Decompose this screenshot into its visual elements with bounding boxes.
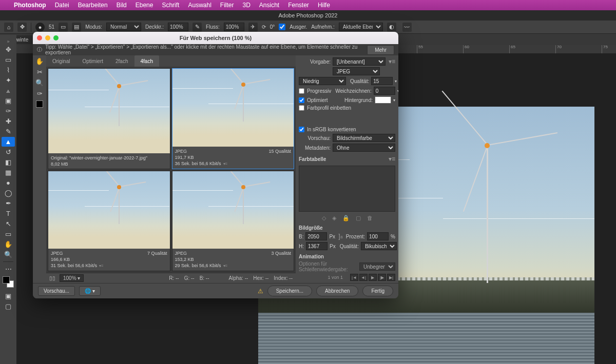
metadata-select[interactable]: Ohne: [333, 144, 395, 152]
ct-icon[interactable]: 🔒: [342, 215, 350, 221]
grid-modes-icon[interactable]: ▯▯: [49, 275, 55, 281]
brush-panel-icon[interactable]: ▭: [59, 23, 68, 32]
frame-tool[interactable]: ▣: [2, 96, 15, 106]
modus-select[interactable]: Normal: [106, 23, 141, 31]
width-input[interactable]: [305, 232, 327, 240]
pressure-opacity-icon[interactable]: ✎: [192, 23, 202, 32]
matte-color[interactable]: [375, 96, 391, 104]
embed-profile-checkbox[interactable]: [299, 105, 304, 111]
healing-tool[interactable]: ✚: [2, 116, 15, 126]
zoom-icon[interactable]: [53, 35, 59, 41]
menu-schrift[interactable]: Schrift: [162, 2, 179, 9]
ct-icon[interactable]: ▢: [356, 215, 361, 221]
preview-button[interactable]: Vorschau...: [38, 286, 75, 296]
menu-app[interactable]: Photoshop: [14, 2, 46, 9]
flow-input[interactable]: [224, 23, 244, 31]
tab-optimiert[interactable]: Optimiert: [76, 55, 109, 67]
brush-tool[interactable]: ✎: [2, 127, 15, 136]
history-brush-tool[interactable]: ↺: [2, 147, 15, 157]
hand-tool[interactable]: ✋: [2, 239, 15, 249]
type-tool[interactable]: T: [2, 209, 15, 218]
hand-tool-icon[interactable]: ✋: [35, 57, 44, 65]
menu-bearbeiten[interactable]: Bearbeiten: [78, 2, 108, 9]
wand-tool[interactable]: ✦: [2, 75, 15, 85]
eyedropper-color[interactable]: [36, 100, 43, 108]
slice-tool-icon[interactable]: ✂: [37, 68, 43, 76]
menu-ebene[interactable]: Ebene: [136, 2, 153, 9]
preview-cell-jpeg-15[interactable]: JPEG15 Qualität 191,7 KB 36 Sek. bei 56,…: [172, 68, 295, 169]
menu-hilfe[interactable]: Hilfe: [318, 2, 330, 9]
color-swatches[interactable]: [3, 276, 14, 288]
preview-cell-jpeg-3[interactable]: JPEG3 Qualität 153,2 KB 29 Sek. bei 56,6…: [172, 171, 295, 272]
pressure-size-icon[interactable]: 〰: [402, 23, 412, 32]
modem-menu-icon[interactable]: ▾≡: [99, 264, 104, 268]
ct-icon[interactable]: ◈: [332, 215, 336, 221]
eyedropper-tool-icon[interactable]: ✑: [37, 90, 43, 97]
gradient-tool[interactable]: ▦: [2, 168, 15, 177]
menu-fenster[interactable]: Fenster: [288, 2, 309, 9]
menu-ansicht[interactable]: Ansicht: [259, 2, 279, 9]
next-frame-button[interactable]: |▶: [378, 274, 386, 281]
menu-auswahl[interactable]: Auswahl: [188, 2, 211, 9]
tool-preset-icon[interactable]: ✥: [17, 23, 27, 32]
first-frame-button[interactable]: |◄: [350, 274, 358, 281]
browser-preview-button[interactable]: 🌐 ▾: [79, 286, 101, 296]
progressive-checkbox[interactable]: [299, 88, 304, 94]
format-select[interactable]: JPEG: [333, 67, 380, 75]
play-button[interactable]: ▶: [369, 274, 377, 281]
airbrush-icon[interactable]: ✈: [248, 23, 258, 32]
srgb-checkbox[interactable]: [299, 127, 304, 132]
zoom-tool-icon[interactable]: 🔍: [35, 79, 44, 87]
ct-icon[interactable]: 🗑: [367, 215, 373, 221]
menu-datei[interactable]: Datei: [55, 2, 69, 9]
resample-select[interactable]: Bikubisch: [361, 242, 397, 250]
edit-toolbar[interactable]: ⋯: [2, 264, 15, 274]
quickmask-tool[interactable]: ▣: [2, 291, 15, 301]
quality-preset-select[interactable]: Niedrig: [299, 77, 346, 85]
minimize-icon[interactable]: [45, 35, 50, 41]
dialog-titlebar[interactable]: Für Web speichern (100 %): [33, 32, 398, 44]
height-input[interactable]: [306, 242, 328, 250]
marquee-tool[interactable]: ▭: [2, 55, 15, 65]
quality-input[interactable]: [371, 77, 393, 85]
modem-menu-icon[interactable]: ▾≡: [223, 161, 228, 166]
optimized-checkbox[interactable]: [299, 97, 304, 103]
menu-filter[interactable]: Filter: [220, 2, 234, 9]
cancel-button[interactable]: Abbrechen: [316, 286, 358, 296]
preset-menu-icon[interactable]: ▾≡: [389, 58, 395, 65]
colortable-menu-icon[interactable]: ▾≡: [389, 155, 395, 163]
blur-input[interactable]: [374, 87, 395, 95]
crop-tool[interactable]: ⟁: [2, 86, 15, 95]
modem-menu-icon[interactable]: ▾≡: [223, 264, 228, 268]
menu-bild[interactable]: Bild: [117, 2, 127, 9]
close-icon[interactable]: [37, 35, 42, 41]
percent-input[interactable]: [367, 232, 389, 240]
save-button[interactable]: Speichern...: [267, 286, 312, 296]
eraser-tool[interactable]: ◧: [2, 157, 15, 167]
tab-4fach[interactable]: 4fach: [134, 55, 159, 67]
move-tool[interactable]: ✥: [2, 45, 15, 54]
brush-preview-icon[interactable]: ●: [35, 23, 45, 32]
sample-select[interactable]: Aktuelle Ebene: [339, 23, 383, 31]
zoom-tool[interactable]: 🔍: [2, 250, 15, 259]
zoom-select[interactable]: 100% ▾: [60, 274, 84, 282]
last-frame-button[interactable]: ▶|: [387, 274, 395, 281]
preview-select[interactable]: Bildschirmfarbe: [333, 134, 395, 142]
aligned-checkbox[interactable]: [279, 23, 285, 31]
menu-3d[interactable]: 3D: [242, 2, 250, 9]
tab-2fach[interactable]: 2fach: [109, 55, 134, 67]
clone-stamp-tool[interactable]: ▲: [2, 137, 15, 147]
opacity-input[interactable]: [168, 23, 188, 31]
pen-tool[interactable]: ✒: [2, 198, 15, 208]
link-icon[interactable]: ]₈: [337, 233, 344, 240]
preview-cell-original[interactable]: Original: "winter-overnighter-januar-202…: [48, 68, 170, 169]
tab-original[interactable]: Original: [46, 55, 76, 67]
ignore-adj-icon[interactable]: ◐: [387, 23, 396, 32]
traffic-lights[interactable]: [37, 35, 59, 41]
preview-cell-jpeg-7[interactable]: JPEG7 Qualität 166,6 KB 31 Sek. bei 56,6…: [48, 171, 170, 272]
ct-icon[interactable]: ◇: [322, 215, 326, 221]
done-button[interactable]: Fertig: [362, 286, 393, 296]
eyedropper-tool[interactable]: ✑: [2, 106, 15, 116]
preset-select[interactable]: [Unbenannt]: [333, 57, 386, 66]
lasso-tool[interactable]: ⌇: [2, 65, 15, 75]
